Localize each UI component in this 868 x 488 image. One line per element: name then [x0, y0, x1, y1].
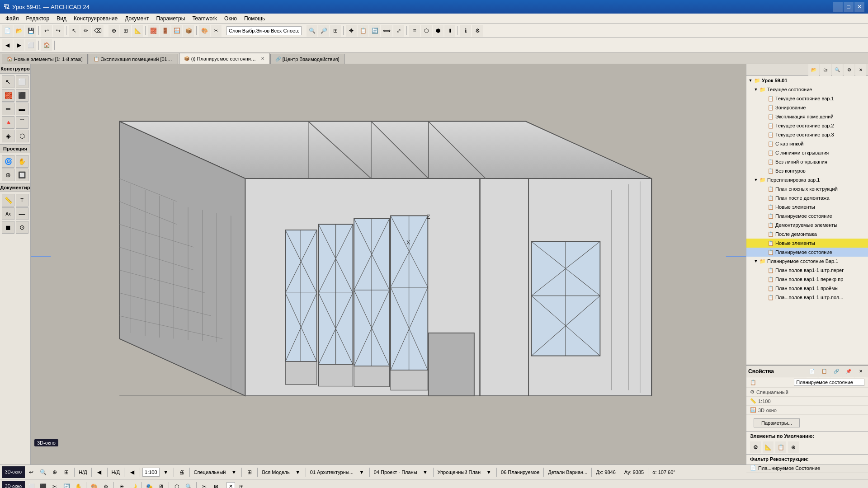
- bt1-allmodel-dropdown[interactable]: ▼: [292, 466, 303, 478]
- tree-root[interactable]: ▼ 📁 Урок 59-01: [746, 76, 868, 85]
- minimize-button[interactable]: —: [833, 2, 843, 12]
- params-button[interactable]: Параметры...: [754, 418, 800, 427]
- props-btn1[interactable]: 📄: [807, 366, 817, 377]
- tree-item-lines[interactable]: 📋 С линиями открывания: [746, 148, 868, 157]
- grid-button[interactable]: ⊞: [120, 25, 131, 37]
- redo-button[interactable]: ↪: [53, 25, 64, 37]
- tool-morph[interactable]: ◈: [2, 130, 14, 142]
- filter-btn2[interactable]: 🔍: [183, 481, 194, 488]
- cut-plane2-btn[interactable]: ⊠: [211, 481, 222, 488]
- render-settings[interactable]: ⚙: [100, 481, 111, 488]
- menu-item-help[interactable]: Помощь: [241, 14, 269, 23]
- tree-btn-search[interactable]: 🔍: [832, 64, 843, 76]
- tool-pan2[interactable]: ✋: [16, 155, 28, 168]
- suspend-button[interactable]: ⏸: [444, 25, 455, 37]
- bt1-grid2[interactable]: ⊞: [244, 466, 255, 478]
- bt1-nav[interactable]: ◀: [94, 466, 105, 478]
- view-pan3[interactable]: ✋: [73, 481, 84, 488]
- defaults-btn2[interactable]: 📐: [763, 441, 774, 453]
- props-btn3[interactable]: 🔗: [831, 366, 842, 377]
- tool-roof[interactable]: 🔺: [2, 116, 14, 129]
- sun-btn[interactable]: ☀: [116, 481, 127, 488]
- tab-tab4[interactable]: 🔗[Центр Взаимодействия]: [270, 54, 344, 64]
- tree-item-demolition-plan[interactable]: 📋 План сносных конструкций: [746, 184, 868, 193]
- new-button[interactable]: 📄: [2, 25, 13, 37]
- title-bar-controls[interactable]: — □ ✕: [833, 2, 864, 12]
- view-floor[interactable]: ⬜: [26, 481, 37, 488]
- toggle-planned-var[interactable]: ▼: [753, 259, 759, 263]
- viewport[interactable]: Z X ◇ 3D-окно: [31, 64, 746, 465]
- window-tool[interactable]: 🪟: [171, 25, 182, 37]
- tree-item-demolish-elem[interactable]: 📋 Демонтируемые элементы: [746, 221, 868, 230]
- cut-plane-btn[interactable]: ✂: [199, 481, 210, 488]
- props-name-input[interactable]: [794, 379, 864, 386]
- bt1-redo[interactable]: 🔍: [38, 466, 48, 478]
- bt1-scale-dropdown[interactable]: ▼: [160, 466, 171, 478]
- defaults-btn4[interactable]: ⊕: [788, 441, 799, 453]
- zoom-in-button[interactable]: 🔍: [307, 25, 317, 37]
- tool-slab[interactable]: ▬: [16, 103, 28, 115]
- settings-button[interactable]: ⚙: [472, 25, 483, 37]
- copy-button[interactable]: 📋: [358, 25, 368, 37]
- tree-panel[interactable]: ▼ 📁 Урок 59-01 ▼ 📁 Текущее состояние 📋 Т…: [746, 76, 868, 365]
- tree-item-expl[interactable]: 📋 Экспликация помещений: [746, 112, 868, 121]
- tree-btn-close[interactable]: ✕: [855, 64, 866, 76]
- bt1-nav2[interactable]: ◀: [127, 466, 137, 478]
- save-button[interactable]: 💾: [25, 25, 36, 37]
- tree-item-floor2[interactable]: 📋 План полов вар1-1 перекр.пр: [746, 275, 868, 284]
- rotate-button[interactable]: 🔄: [369, 25, 380, 37]
- tool-fill[interactable]: ◼: [2, 221, 14, 234]
- menu-item-teamwork[interactable]: Teamwork: [189, 14, 221, 23]
- tree-item-zone[interactable]: 📋 Зонирование: [746, 103, 868, 112]
- pointer-tool[interactable]: ↖: [69, 25, 80, 37]
- tool-beam[interactable]: ═: [2, 103, 14, 115]
- tree-item-floor3[interactable]: 📋 План полов вар1-1 проёмы: [746, 284, 868, 293]
- 3d-view-button[interactable]: 🏠: [41, 39, 52, 51]
- angle-button[interactable]: 📐: [132, 25, 143, 37]
- tab-tab1[interactable]: 🏠Новые элементы [1: 1-й этаж]: [2, 54, 88, 64]
- tool-multiselect[interactable]: ⬜: [16, 75, 28, 88]
- toggle-root[interactable]: ▼: [747, 78, 754, 83]
- tab-close-btn[interactable]: ✕: [261, 56, 264, 61]
- toggle-replan[interactable]: ▼: [753, 178, 759, 182]
- tree-folder-replan[interactable]: ▼ 📁 Перепланировка вар.1: [746, 175, 868, 184]
- tree-item-planned2[interactable]: 📋 Планируемое состояние: [746, 248, 868, 257]
- pencil-tool[interactable]: ✏: [80, 25, 91, 37]
- tool-column[interactable]: ⬛: [16, 89, 28, 102]
- tool-select[interactable]: ↖: [2, 75, 14, 88]
- menu-item-window[interactable]: Окно: [221, 14, 241, 23]
- tree-item-after-demo[interactable]: 📋 План после демонтажа: [746, 193, 868, 202]
- bt1-3d-window[interactable]: 3D-окно: [2, 466, 25, 478]
- undo-button[interactable]: ↩: [41, 25, 52, 37]
- tree-folder-current[interactable]: ▼ 📁 Текущее состояние: [746, 85, 868, 94]
- props-btn2[interactable]: 📋: [819, 366, 830, 377]
- tool-orbit[interactable]: 🌀: [2, 155, 14, 168]
- defaults-btn1[interactable]: ⚙: [750, 441, 761, 453]
- snap-button[interactable]: ⊕: [108, 25, 119, 37]
- menu-item-edit[interactable]: Редактор: [23, 14, 53, 23]
- bt1-simplified-dropdown[interactable]: ▼: [483, 466, 494, 478]
- group-button[interactable]: ⬡: [421, 25, 432, 37]
- tree-item-picture[interactable]: 📋 С картинкой: [746, 139, 868, 148]
- fit-button[interactable]: ⊞: [330, 25, 341, 37]
- shadow-btn[interactable]: 🌙: [128, 481, 139, 488]
- ungroup-button[interactable]: ⬢: [433, 25, 443, 37]
- tree-item-floor4[interactable]: 📋 Пла...полов вар1-1 штр.пол...: [746, 293, 868, 302]
- view-elevation[interactable]: ⬛: [38, 481, 48, 488]
- tree-item-nolines[interactable]: 📋 Без линий открывания: [746, 157, 868, 166]
- tool-line[interactable]: —: [16, 207, 28, 220]
- tree-item-floor1[interactable]: 📋 План полов вар1-1 штр.перег: [746, 266, 868, 275]
- tool-wall[interactable]: 🧱: [2, 89, 14, 102]
- tool-detail[interactable]: ⊙: [16, 221, 28, 234]
- props-close[interactable]: ✕: [855, 366, 866, 377]
- bt1-arch-dropdown[interactable]: ▼: [356, 466, 367, 478]
- maximize-button[interactable]: □: [844, 2, 854, 12]
- toggle-current[interactable]: ▼: [753, 87, 759, 92]
- door-tool[interactable]: 🚪: [160, 25, 170, 37]
- tree-item-var2[interactable]: 📋 Текущее состояние вар.2: [746, 121, 868, 130]
- wall-tool[interactable]: 🧱: [148, 25, 159, 37]
- menu-item-view[interactable]: Вид: [53, 14, 70, 23]
- tree-item-var1[interactable]: 📋 Текущее состояние вар.1: [746, 94, 868, 103]
- tool-shell[interactable]: ⌒: [16, 116, 28, 129]
- opengl-btn[interactable]: 🖥: [156, 481, 166, 488]
